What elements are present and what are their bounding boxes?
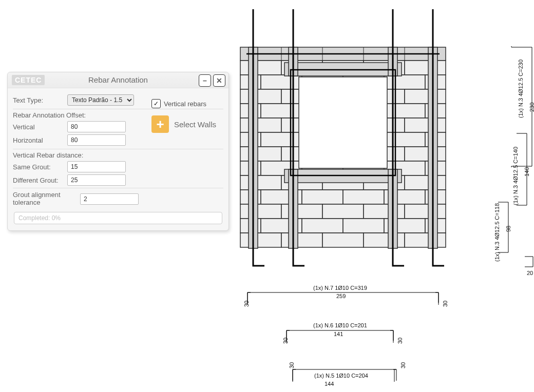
panel-titlebar[interactable]: CETEC Rebar Annotation – ✕	[8, 72, 228, 88]
svg-rect-66	[322, 233, 364, 247]
svg-rect-65	[281, 233, 322, 247]
svg-rect-35	[405, 147, 446, 161]
svg-rect-21	[261, 104, 302, 118]
svg-rect-60	[302, 219, 343, 233]
vertical-rebars-checkbox[interactable]: ✓	[151, 99, 161, 108]
vdim-0-mid: 230	[529, 103, 534, 112]
svg-rect-56	[364, 204, 405, 219]
svg-rect-42	[240, 175, 281, 190]
plus-icon: +	[151, 115, 169, 133]
svg-rect-24	[240, 118, 281, 132]
svg-rect-53	[240, 204, 281, 219]
hdim-0-spec: (1x) N.7 1Ø10 C=319	[313, 285, 367, 291]
hdim-1-right: 30	[397, 338, 403, 344]
svg-rect-54	[281, 204, 322, 219]
svg-rect-30	[384, 132, 425, 147]
text-type-label: Text Type:	[13, 96, 64, 104]
vdim-1-spec: (1x) N.3 4Ø12.5 C=140	[512, 147, 519, 205]
drawing-svg: .blk { fill:#efefef; stroke:#2e2e2e; str…	[231, 0, 534, 392]
vrd-section-label: Vertical Rebar distance:	[13, 149, 223, 159]
hdim-2-right: 30	[400, 362, 406, 368]
horizontal-offset-label: Horizontal	[13, 136, 64, 144]
hdim-2-spec: (1x) N.5 1Ø10 C=204	[314, 373, 368, 379]
svg-rect-29	[261, 132, 302, 147]
svg-rect-19	[405, 89, 446, 104]
hdim-0-right: 30	[442, 301, 448, 307]
text-type-select[interactable]: Texto Padrão - 1.5	[67, 94, 134, 106]
grout-tolerance-label: Grout alignment tolerance	[13, 191, 77, 207]
select-walls-button[interactable]: + Select Walls	[151, 115, 216, 133]
svg-rect-22	[384, 104, 425, 118]
panel-title: Rebar Annotation	[8, 72, 228, 88]
hdim-1-left: 30	[282, 338, 289, 344]
svg-rect-50	[343, 190, 384, 204]
progress-bar: Completed: 0%	[14, 212, 222, 224]
svg-rect-14	[384, 75, 425, 89]
minimize-button[interactable]: –	[199, 74, 211, 87]
diff-grout-label: Different Grout:	[13, 177, 64, 184]
svg-rect-27	[405, 118, 446, 132]
hdim-1-mid: 141	[334, 331, 343, 337]
close-button[interactable]: ✕	[213, 74, 225, 87]
diff-grout-input[interactable]	[67, 174, 126, 186]
svg-rect-9	[405, 61, 446, 75]
svg-rect-67	[364, 233, 405, 247]
horizontal-offset-input[interactable]	[67, 134, 126, 146]
select-walls-label: Select Walls	[174, 120, 216, 129]
hdim-0-left: 30	[243, 301, 250, 307]
svg-rect-16	[240, 89, 281, 104]
vertical-rebars-label: Vertical rebars	[164, 100, 206, 108]
svg-rect-64	[240, 233, 281, 247]
hdim-0-mid: 259	[336, 293, 346, 299]
svg-rect-68	[405, 233, 446, 247]
hdim-2-left: 30	[289, 362, 295, 368]
svg-rect-11	[261, 75, 302, 89]
wall-drawing: .blk { fill:#efefef; stroke:#2e2e2e; str…	[231, 0, 534, 392]
vertical-offset-label: Vertical	[13, 123, 64, 131]
vertical-offset-input[interactable]	[67, 121, 126, 132]
same-grout-label: Same Grout:	[13, 163, 64, 171]
panel-right-column: ✓ Vertical rebars + Select Walls	[151, 99, 216, 133]
svg-rect-5	[240, 61, 281, 75]
svg-rect-49	[302, 190, 343, 204]
hdim-2-mid: 144	[325, 381, 334, 387]
vdim-2-mid: 98	[505, 226, 511, 232]
svg-rect-32	[240, 147, 281, 161]
vdim-1-mid: 140	[524, 167, 530, 177]
svg-rect-77	[299, 77, 387, 168]
svg-rect-61	[343, 219, 384, 233]
vdim-2-spec: (1x) N.3 4Ø12.5 C=118	[494, 203, 500, 262]
rebar-annotation-panel: CETEC Rebar Annotation – ✕ Text Type: Te…	[7, 72, 229, 231]
svg-rect-55	[322, 204, 364, 219]
hdim-1-spec: (1x) N.6 1Ø10 C=201	[313, 322, 367, 328]
svg-rect-46	[405, 175, 446, 190]
vdim-0-spec: (1x) N.3 4Ø12.5 C=230	[518, 60, 524, 118]
svg-rect-57	[405, 204, 446, 219]
vdim-bottom: 20	[527, 270, 533, 276]
same-grout-input[interactable]	[67, 161, 126, 172]
grout-tolerance-input[interactable]	[80, 193, 139, 205]
progress-text: Completed: 0%	[18, 214, 61, 222]
